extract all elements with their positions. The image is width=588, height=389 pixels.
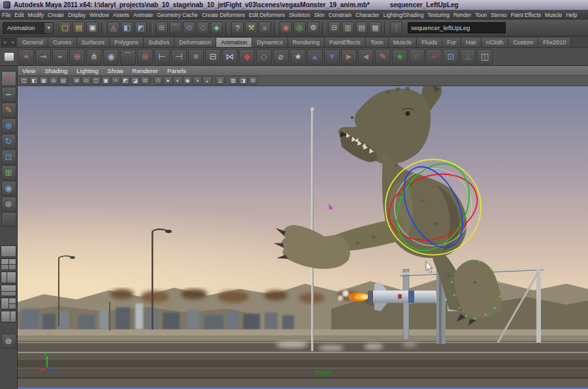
snap-plane-icon[interactable]: ◇ (197, 22, 209, 34)
render-settings-icon[interactable]: ⚙ (307, 22, 319, 34)
shelf-tab[interactable]: Toon (366, 38, 389, 47)
shaded-icon[interactable]: ● (163, 76, 172, 85)
shelf-motion-trail-icon[interactable]: ◄ (358, 49, 374, 65)
shelf-ik-spline-icon[interactable]: ⌁ (52, 49, 68, 65)
menu-item[interactable]: Geometry Cache (155, 12, 200, 18)
resolution-gate-icon[interactable]: ◻ (91, 76, 101, 85)
panel-menu-item[interactable]: Panels (163, 67, 191, 74)
shelf-tab[interactable]: Curves (48, 38, 77, 47)
panel-menu-item[interactable]: Renderer (127, 67, 163, 74)
menu-item[interactable]: Modify (26, 12, 46, 18)
shelf-manip-icon[interactable]: ⊥ (460, 49, 476, 65)
shelf-breakdown-icon[interactable]: ◇ (256, 49, 272, 65)
render-current-frame-icon[interactable]: ◉ (280, 22, 292, 34)
shelf-character-icon[interactable]: ◉ (103, 49, 119, 65)
menu-set-selector[interactable]: Animation ▼ (3, 22, 54, 34)
shelf-tab[interactable]: Custom (508, 38, 538, 47)
save-scene-icon[interactable]: ▣ (86, 22, 99, 34)
menu-item[interactable]: Lighting/Shading (382, 12, 426, 18)
menu-item[interactable]: Render (451, 12, 473, 18)
shelf-item-list-button[interactable] (0, 52, 18, 61)
universal-manipulator-tool[interactable]: ⊞ (1, 165, 16, 180)
shelf-pfx-star1-icon[interactable]: ★ (392, 49, 408, 65)
panel-toolbar-icon[interactable] (212, 76, 215, 85)
plugin-panel-icon[interactable]: ▥ (229, 76, 238, 85)
layout-two-pane[interactable] (1, 311, 16, 322)
last-tool-used[interactable] (1, 212, 16, 227)
shelf-locator-icon[interactable]: ⊡ (443, 49, 459, 65)
panel-menu-item[interactable]: Lighting (72, 67, 103, 74)
shelf-tab[interactable]: Rendering (288, 38, 325, 47)
layout-persp-outliner[interactable] (1, 272, 16, 283)
multi-lister-icon[interactable]: ⊟ (248, 76, 257, 85)
menu-item[interactable]: Stereo (489, 12, 508, 18)
menu-item[interactable]: Create (46, 12, 66, 18)
snap-grid-icon[interactable]: ⊞ (155, 22, 168, 34)
status-icon[interactable] (322, 22, 325, 35)
make-live-icon[interactable]: ◈ (210, 22, 223, 34)
image-plane-icon[interactable]: ▤ (59, 76, 68, 85)
panel-toolbar-icon[interactable] (150, 76, 153, 85)
shelf-ik-handle-icon[interactable]: ⊸ (35, 49, 51, 65)
shelf-tab[interactable]: Fur (442, 38, 461, 47)
shelf-tab[interactable]: Fbx2010 (538, 38, 571, 47)
snap-point-icon[interactable]: ⊙ (183, 22, 195, 34)
shelf-tab[interactable]: Subdivs (144, 38, 174, 47)
lock-camera-icon[interactable]: ◧ (29, 76, 39, 85)
menu-item[interactable]: Paint Effects (509, 12, 543, 18)
shelf-lightning-icon[interactable]: ⌁ (426, 49, 442, 65)
shelf-camera-icon[interactable]: ◫ (477, 49, 493, 65)
menu-item[interactable]: Skin (312, 12, 327, 18)
wireframe-icon[interactable]: ◇ (154, 76, 163, 85)
shelf-tab[interactable]: General (18, 38, 48, 47)
use-all-lights-icon[interactable]: ◉ (183, 76, 192, 85)
menu-item[interactable]: Edit (12, 12, 25, 18)
shelf-joint-red-icon[interactable]: ⊛ (137, 49, 153, 65)
shelf-mirror-joint-icon[interactable]: ⋈ (222, 49, 238, 65)
menu-item[interactable]: Window (88, 12, 111, 18)
layout-persp-graph[interactable] (1, 285, 16, 296)
layout-four-view[interactable] (1, 258, 16, 270)
status-icon[interactable] (101, 22, 105, 35)
shelf-paint-brush-icon[interactable]: ✎ (375, 49, 391, 65)
scale-tool[interactable]: ⊡ (1, 149, 16, 164)
menu-item[interactable]: Muscle (543, 12, 564, 18)
shelf-tab[interactable]: Dynamics (252, 38, 288, 47)
textured-icon[interactable]: ◐ (173, 76, 182, 85)
new-scene-icon[interactable]: ▢ (59, 22, 71, 34)
shelf-character2-icon[interactable]: ▼ (324, 49, 340, 65)
tool-settings-icon[interactable]: ▤ (355, 22, 368, 34)
help-line-icon[interactable]: ? (231, 22, 244, 34)
gate-mask-icon[interactable]: ▣ (101, 76, 110, 85)
status-icon[interactable] (225, 22, 229, 35)
status-icon[interactable] (274, 22, 277, 35)
menu-item[interactable]: Create Deformers (200, 12, 247, 18)
menu-item[interactable]: Skeleton (287, 12, 312, 18)
lasso-select-tool[interactable]: ∽ (1, 87, 16, 102)
input-line-mode-icon[interactable]: ⋮ (390, 22, 402, 34)
panel-toolbar-icon[interactable] (225, 76, 228, 85)
ipr-render-icon[interactable]: ◎ (293, 22, 306, 34)
shelf-tab[interactable]: Polygons (110, 38, 144, 47)
shelf-ik-chain-icon[interactable]: ⌒ (120, 49, 136, 65)
construction-history-icon[interactable]: ⚒ (245, 22, 257, 34)
hypergraph-panel-icon[interactable]: ⊟ (328, 22, 340, 34)
menu-item[interactable]: Constrain (327, 12, 353, 18)
texture-view-icon[interactable]: ◨ (238, 76, 248, 85)
grid-toggle-icon[interactable]: ⊞ (72, 76, 81, 85)
menu-item[interactable]: Texturing (425, 12, 451, 18)
camera-attributes-icon[interactable]: ▦ (39, 76, 48, 85)
shelf-joint-tool-icon[interactable]: ⌖ (18, 49, 34, 65)
shelf-tab[interactable]: Animation (216, 38, 252, 47)
shelf-pose-icon[interactable]: ★ (290, 49, 306, 65)
shelf-orient-icon[interactable]: ⊣ (171, 49, 187, 65)
shelf-tab[interactable]: Deformation (174, 38, 216, 47)
frame-all-icon[interactable]: ⊡ (140, 76, 150, 85)
shelf-menu-button[interactable]: ▾ (1, 38, 8, 46)
select-object-icon[interactable]: ◧ (121, 22, 133, 34)
shelf-bind-skin-icon[interactable]: ≡ (188, 49, 204, 65)
select-tool[interactable]: ➤ (1, 71, 16, 86)
window-titlebar[interactable]: Autodesk Maya 2011 x64: I:\daryl_project… (0, 0, 588, 10)
menu-item[interactable]: Toon (473, 12, 489, 18)
select-hierarchy-icon[interactable]: ◬ (107, 22, 120, 34)
